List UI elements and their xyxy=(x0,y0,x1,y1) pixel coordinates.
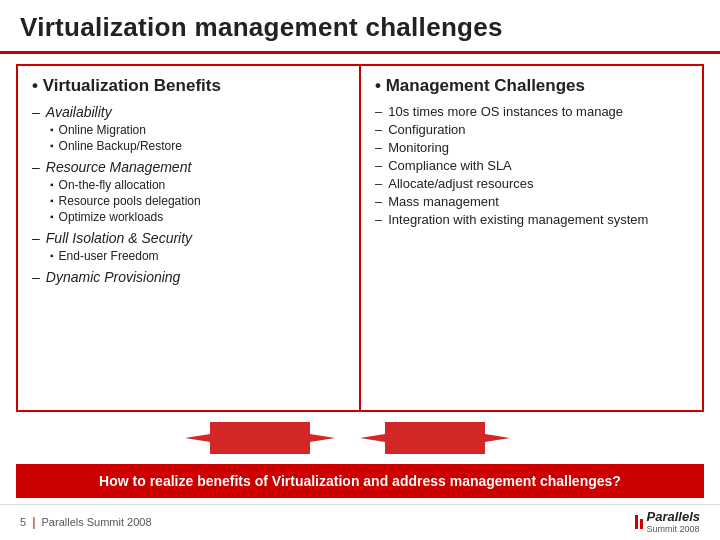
slide-content: • Virtualization Benefits Availability O… xyxy=(0,54,720,412)
footer-logo: Parallels Summit 2008 xyxy=(635,509,701,534)
left-col-title: • Virtualization Benefits xyxy=(32,76,345,96)
right-item-2: Monitoring xyxy=(375,140,688,155)
right-item-6: Integration with existing management sys… xyxy=(375,212,688,227)
slide-footer: 5 | Parallels Summit 2008 Parallels Summ… xyxy=(0,504,720,540)
parallels-logo-icon xyxy=(635,515,643,529)
sub-optimize: Optimize workloads xyxy=(32,210,345,224)
right-item-0: 10s times more OS instances to manage xyxy=(375,104,688,119)
sub-online-backup: Online Backup/Restore xyxy=(32,139,345,153)
section-isolation: Full Isolation & Security xyxy=(32,230,345,246)
section-dynamic: Dynamic Provisioning xyxy=(32,269,345,285)
footer-left: 5 | Parallels Summit 2008 xyxy=(20,514,152,529)
logo-bar-tall xyxy=(635,515,638,529)
logo-bar-short xyxy=(640,519,643,529)
bottom-banner: How to realize benefits of Virtualizatio… xyxy=(16,464,704,498)
footer-event: Parallels Summit 2008 xyxy=(42,516,152,528)
right-item-3: Compliance with SLA xyxy=(375,158,688,173)
left-column: • Virtualization Benefits Availability O… xyxy=(16,64,360,412)
footer-divider: | xyxy=(32,514,35,529)
arrows-svg xyxy=(150,418,570,458)
page-number: 5 xyxy=(20,516,26,528)
footer-summit-label: Summit 2008 xyxy=(647,524,701,534)
right-item-4: Allocate/adjust resources xyxy=(375,176,688,191)
right-item-1: Configuration xyxy=(375,122,688,137)
logo-text-container: Parallels Summit 2008 xyxy=(647,509,701,534)
section-availability: Availability xyxy=(32,104,345,120)
right-item-5: Mass management xyxy=(375,194,688,209)
sub-onthefly: On-the-fly allocation xyxy=(32,178,345,192)
svg-marker-1 xyxy=(360,422,510,454)
sub-resource-pools: Resource pools delegation xyxy=(32,194,345,208)
slide-title: Virtualization management challenges xyxy=(20,12,700,43)
right-column: • Management Challenges 10s times more O… xyxy=(360,64,704,412)
logo-brand-text: Parallels xyxy=(647,509,701,524)
section-resource: Resource Management xyxy=(32,159,345,175)
arrow-area xyxy=(0,412,720,464)
svg-marker-0 xyxy=(185,422,335,454)
right-col-title: • Management Challenges xyxy=(375,76,688,96)
sub-enduser: End-user Freedom xyxy=(32,249,345,263)
slide-header: Virtualization management challenges xyxy=(0,0,720,54)
bottom-banner-text: How to realize benefits of Virtualizatio… xyxy=(36,473,684,489)
sub-online-migration: Online Migration xyxy=(32,123,345,137)
